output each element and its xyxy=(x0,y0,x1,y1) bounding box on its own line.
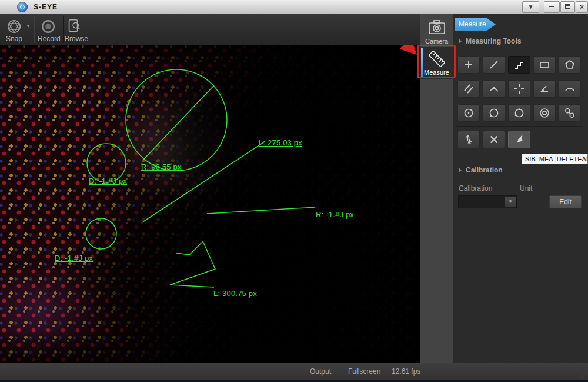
parallel-lines-icon xyxy=(463,83,475,95)
panel-banner: Measure xyxy=(455,18,496,31)
measurement-label: L: 300.75 px xyxy=(213,289,257,298)
calibration-title: Calibration xyxy=(466,166,503,174)
section-expand-icon xyxy=(459,39,462,44)
window-menu-button[interactable]: ▼ xyxy=(522,1,539,13)
measurement-label: D: -1.#J px xyxy=(89,177,127,185)
toolbar-separator xyxy=(63,16,64,43)
maximize-icon xyxy=(565,4,570,9)
tool-delete-button[interactable] xyxy=(483,131,505,148)
point-icon xyxy=(463,59,475,71)
minimize-button[interactable] xyxy=(544,1,560,13)
tool-point-button[interactable] xyxy=(457,56,480,74)
snap-label: Snap xyxy=(6,35,22,43)
calibration-field-label: Calibration xyxy=(459,184,492,192)
circle-center-icon xyxy=(463,107,475,119)
image-shadow-layer xyxy=(0,45,420,363)
tool-arc-button[interactable] xyxy=(559,80,581,98)
aperture-icon xyxy=(6,18,22,35)
measuring-tools-header[interactable]: Measuring Tools xyxy=(459,37,521,45)
record-label: Record xyxy=(38,35,61,43)
select-move-icon xyxy=(463,134,475,145)
tool-polygon-button[interactable] xyxy=(559,56,581,74)
snap-dropdown-caret-icon[interactable]: ▼ xyxy=(26,24,31,29)
live-image-canvas[interactable] xyxy=(0,45,420,363)
titlebar: S-EYE ▼ × xyxy=(0,0,588,14)
two-circles-icon xyxy=(564,107,576,119)
tab-camera-label: Camera xyxy=(420,38,453,45)
tool-perpendicular-button[interactable] xyxy=(483,80,505,98)
chevron-down-icon: ▼ xyxy=(528,4,534,10)
camera-lens-icon xyxy=(20,5,25,9)
tool-circle-3points-button[interactable] xyxy=(508,104,530,122)
measurement-label: R: 96.55 px xyxy=(141,162,182,171)
concentric-circles-icon xyxy=(539,107,550,119)
angle-icon xyxy=(539,83,550,95)
tool-rectangle-button[interactable] xyxy=(533,56,556,74)
app-logo-icon xyxy=(17,2,28,12)
sidebar-tabstrip: Camera Measure xyxy=(420,14,453,363)
statusbar: Output Fullscreen 12.61 fps ⋰ xyxy=(0,363,588,380)
calibration-header[interactable]: Calibration xyxy=(459,166,503,174)
measurement-label: R: -1.#J px xyxy=(316,210,354,219)
crosshair-icon xyxy=(513,83,525,95)
chevron-down-icon: ▼ xyxy=(508,199,513,204)
resize-grip[interactable]: ⋰ xyxy=(581,373,586,378)
camera-icon xyxy=(427,18,446,36)
section-expand-icon xyxy=(459,168,462,172)
tab-measure-label: Measure xyxy=(420,69,453,76)
circle-3points-icon xyxy=(513,107,525,119)
edit-button[interactable]: Edit xyxy=(549,195,582,208)
minimize-icon xyxy=(549,6,554,7)
browse-icon xyxy=(66,18,82,34)
tool-concentric-circles-button[interactable] xyxy=(533,104,556,122)
panel-divider xyxy=(456,126,583,127)
polygon-icon xyxy=(564,59,576,71)
record-button[interactable]: Record xyxy=(38,14,61,45)
combo-arrow-button[interactable]: ▼ xyxy=(505,197,516,207)
browse-button[interactable]: Browse xyxy=(65,14,88,45)
tool-two-circles-button[interactable] xyxy=(559,104,581,122)
toolbar-separator xyxy=(34,16,35,43)
statusbar-output[interactable]: Output xyxy=(310,367,331,376)
tool-crosshair-button[interactable] xyxy=(508,80,530,98)
snap-button[interactable]: ▼ Snap xyxy=(6,14,33,45)
maximize-button[interactable] xyxy=(560,1,575,13)
ruler-icon xyxy=(426,48,447,69)
tab-measure[interactable]: Measure xyxy=(420,47,453,79)
tool-polyline-button[interactable] xyxy=(508,56,530,74)
tab-camera[interactable]: Camera xyxy=(420,16,453,46)
measurement-label: L: 275.03 px xyxy=(259,138,302,147)
close-button[interactable]: × xyxy=(576,1,588,13)
measurement-label: D: -1.#J px xyxy=(55,254,93,263)
delete-all-broom-icon xyxy=(513,134,525,145)
tool-parallel-lines-button[interactable] xyxy=(457,80,480,98)
statusbar-fullscreen[interactable]: Fullscreen xyxy=(348,367,380,376)
unit-label: Unit xyxy=(520,184,532,192)
tool-select-move-button[interactable] xyxy=(457,131,480,148)
rectangle-icon xyxy=(539,59,550,71)
calibration-select[interactable]: ▼ xyxy=(458,195,517,208)
record-icon xyxy=(40,18,56,35)
circle-2points-icon xyxy=(488,107,500,119)
tool-line-button[interactable] xyxy=(483,56,505,74)
close-icon: × xyxy=(580,3,584,11)
tool-delete-all-button[interactable] xyxy=(508,131,530,148)
measuring-tools-title: Measuring Tools xyxy=(466,37,521,45)
polyline-icon xyxy=(513,59,525,71)
tool-circle-2points-button[interactable] xyxy=(483,104,505,122)
perpendicular-icon xyxy=(488,83,500,95)
main-toolbar: ▼ Snap Record Browse xyxy=(0,14,420,45)
tool-circle-center-button[interactable] xyxy=(457,104,480,122)
measure-panel: Measure Measuring Tools xyxy=(453,14,588,363)
window-bottom-edge xyxy=(0,380,588,382)
line-icon xyxy=(488,59,500,71)
delete-x-icon xyxy=(488,134,500,145)
browse-label: Browse xyxy=(65,35,88,43)
tool-angle-button[interactable] xyxy=(533,80,556,98)
window-title: S-EYE xyxy=(34,3,58,11)
arc-icon xyxy=(564,83,576,95)
tooltip: SIB_MEA_DELETEALL xyxy=(522,154,588,164)
statusbar-fps: 12.61 fps xyxy=(392,367,420,376)
